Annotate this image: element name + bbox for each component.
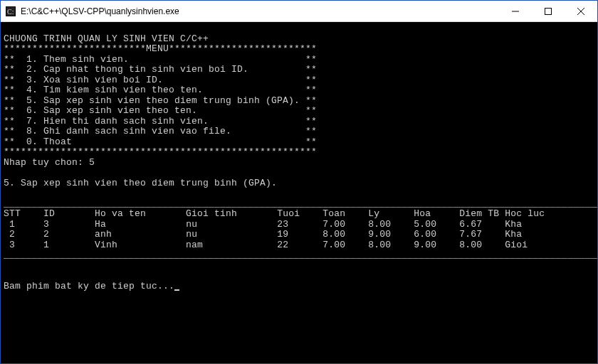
menu-separator-top: *************************MENU***********… [4, 43, 317, 54]
col-age: Tuoi [277, 208, 300, 219]
col-ly: Ly [368, 208, 379, 219]
col-tb: Diem TB [459, 208, 499, 219]
program-header: CHUONG TRINH QUAN LY SINH VIEN C/C++ [4, 33, 209, 44]
table-rule: ________________________________________… [4, 250, 597, 260]
menu-item: ** 1. Them sinh vien. ** [4, 55, 594, 65]
menu-item: ** 0. Thoat ** [4, 137, 594, 148]
menu-item: ** 4. Tim kiem sinh vien theo ten. ** [4, 85, 594, 96]
continue-prompt: Bam phim bat ky de tiep tuc... [4, 281, 174, 291]
table-row: 1 3 Ha nu 23 7.00 8.00 5.00 6.67 Kha [4, 219, 522, 230]
menu-item: ** 7. Hien thi danh sach sinh vien. ** [4, 117, 594, 127]
app-icon: C: [5, 6, 16, 17]
col-gender: Gioi tinh [186, 208, 237, 219]
window-title: E:\C&C++\QLSV-CPP\quanlysinhvien.exe [21, 6, 499, 16]
table-row: 2 2 anh nu 19 8.00 9.00 6.00 7.67 Kha [4, 229, 522, 240]
input-prompt: Nhap tuy chon: 5 [4, 157, 95, 168]
table-rule: ________________________________________… [4, 198, 597, 209]
menu-item: ** 6. Sap xep sinh vien theo ten. ** [4, 106, 594, 117]
titlebar[interactable]: C: E:\C&C++\QLSV-CPP\quanlysinhvien.exe [1, 1, 597, 22]
menu-separator-bottom: ****************************************… [4, 147, 594, 158]
col-hoa: Hoa [414, 208, 431, 219]
window-controls [499, 1, 597, 21]
menu-item: ** 8. Ghi danh sach sinh vien vao file. … [4, 127, 594, 137]
svg-text:C:: C: [7, 8, 14, 16]
svg-rect-4 [545, 8, 552, 14]
menu-item: ** 5. Sap xep sinh vien theo diem trung … [4, 96, 594, 107]
menu-item: ** 3. Xoa sinh vien boi ID. ** [4, 75, 594, 86]
col-hocluc: Hoc luc [505, 208, 545, 219]
menu-item: ** 2. Cap nhat thong tin sinh vien boi I… [4, 65, 594, 75]
text-cursor [174, 289, 179, 291]
table-header-row: STT ID Ho va ten Gioi tinh Tuoi Toan Ly … [4, 208, 545, 219]
col-name: Ho va ten [95, 208, 146, 219]
minimize-button[interactable] [499, 1, 532, 21]
col-toan: Toan [322, 208, 345, 219]
col-stt: STT [4, 208, 21, 219]
selection-echo: 5. Sap xep sinh vien theo diem trung bin… [4, 178, 277, 188]
col-id: ID [43, 208, 55, 219]
console-output[interactable]: CHUONG TRINH QUAN LY SINH VIEN C/C++ ***… [1, 22, 597, 363]
table-row: 3 1 Vinh nam 22 7.00 8.00 9.00 8.00 Gioi [4, 240, 528, 250]
close-button[interactable] [565, 1, 597, 21]
maximize-button[interactable] [532, 1, 565, 21]
